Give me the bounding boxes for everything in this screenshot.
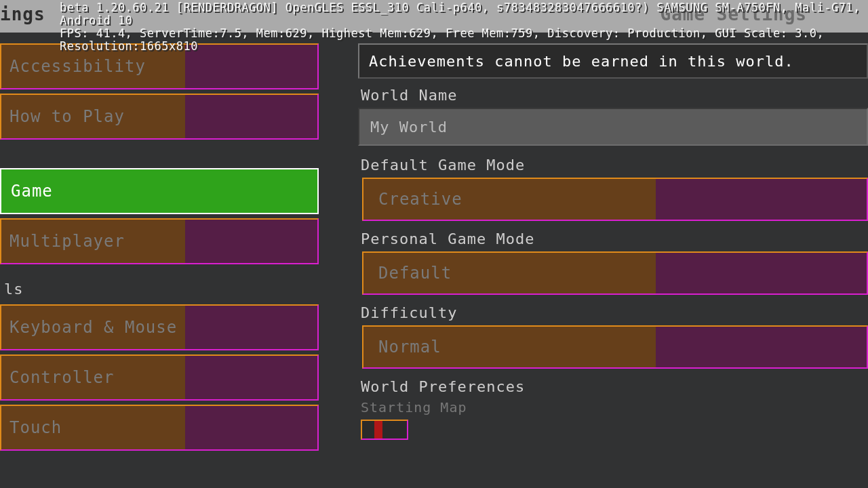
world-name-input[interactable]: My World	[358, 108, 868, 146]
sidebar-item-game[interactable]: Game	[0, 168, 319, 214]
world-preferences-label: World Preferences	[361, 378, 868, 395]
header-title-right: Game Settings	[660, 4, 808, 24]
world-name-value: My World	[370, 119, 448, 136]
toggle-knob	[374, 421, 382, 439]
sidebar-item-keyboard-mouse[interactable]: Keyboard & Mouse	[0, 304, 319, 350]
dropdown-value: Default	[378, 264, 452, 283]
sidebar-item-label: Touch	[9, 418, 62, 437]
default-game-mode-label: Default Game Mode	[361, 157, 868, 174]
difficulty-label: Difficulty	[361, 304, 868, 321]
difficulty-dropdown[interactable]: Normal	[362, 325, 868, 369]
banner-text: Achievements cannot be earned in this wo…	[369, 53, 794, 70]
sidebar-item-multiplayer[interactable]: Multiplayer	[0, 218, 319, 264]
header-bar: ings Game Settings	[0, 0, 868, 33]
personal-game-mode-label: Personal Game Mode	[361, 230, 868, 247]
sidebar-item-label: Game	[11, 182, 53, 201]
sidebar-item-controller[interactable]: Controller	[0, 354, 319, 401]
settings-sidebar: Accessibility How to Play Game Multiplay…	[0, 33, 319, 488]
settings-content: Achievements cannot be earned in this wo…	[338, 33, 868, 488]
world-name-label: World Name	[361, 87, 868, 104]
sidebar-item-touch[interactable]: Touch	[0, 405, 319, 451]
sidebar-item-label: How to Play	[9, 107, 125, 126]
dropdown-value: Normal	[378, 338, 441, 357]
sidebar-item-label: Keyboard & Mouse	[9, 318, 177, 337]
achievements-banner: Achievements cannot be earned in this wo…	[358, 43, 868, 79]
sidebar-item-label: Multiplayer	[9, 232, 125, 251]
sidebar-item-accessibility[interactable]: Accessibility	[0, 43, 319, 89]
sidebar-item-label: Controller	[9, 368, 115, 387]
sidebar-section-controls: ls	[4, 281, 319, 298]
header-title-left: ings	[0, 4, 45, 24]
personal-game-mode-dropdown[interactable]: Default	[362, 251, 868, 295]
starting-map-toggle[interactable]	[361, 420, 408, 440]
default-game-mode-dropdown[interactable]: Creative	[362, 178, 868, 221]
starting-map-label: Starting Map	[361, 399, 868, 415]
sidebar-item-how-to-play[interactable]: How to Play	[0, 94, 319, 140]
sidebar-item-label: Accessibility	[9, 57, 146, 76]
dropdown-value: Creative	[378, 190, 462, 209]
